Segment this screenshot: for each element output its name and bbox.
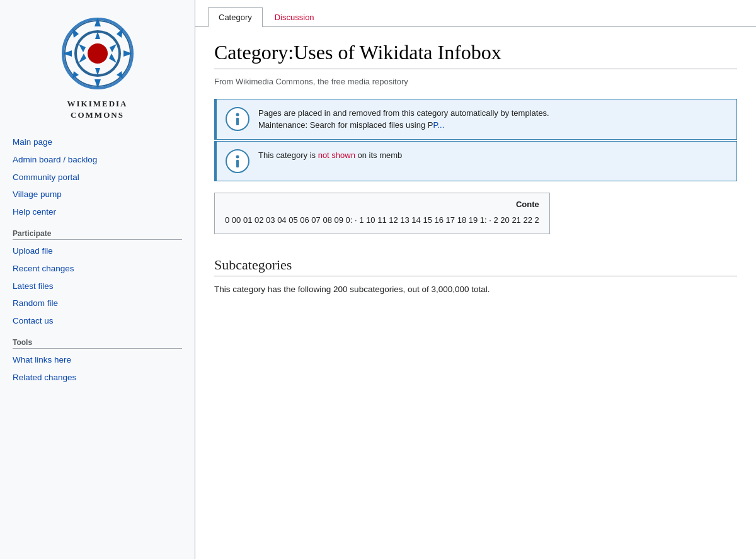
- info-icon-1: [226, 107, 249, 131]
- tab-discussion[interactable]: Discussion: [264, 7, 325, 27]
- info-icon-2: [226, 149, 249, 173]
- svg-marker-15: [79, 54, 86, 63]
- info-box-2-text: This category is not shown on its memb: [258, 149, 402, 162]
- svg-marker-16: [79, 44, 86, 52]
- logo-area: WIKIMEDIA COMMONS: [50, 0, 145, 127]
- wikimedia-commons-logo: [57, 13, 139, 94]
- main-content-area: Category Discussion Category:Uses of Wik…: [195, 0, 756, 559]
- page-title: Category:Uses of Wikidata Infobox: [214, 40, 737, 69]
- svg-point-17: [88, 43, 108, 64]
- sidebar-item-what-links-here[interactable]: What links here: [13, 351, 182, 369]
- sidebar-item-random-file[interactable]: Random file: [13, 295, 182, 312]
- sidebar-item-upload-file[interactable]: Upload file: [13, 242, 182, 260]
- svg-marker-12: [110, 44, 117, 52]
- sidebar-item-contact-us[interactable]: Contact us: [13, 312, 182, 330]
- info-box-2: This category is not shown on its memb: [214, 141, 737, 181]
- sidebar-section-participate: Participate: [13, 229, 182, 240]
- sidebar-item-village-pump[interactable]: Village pump: [13, 186, 182, 203]
- subcategories-title: Subcategories: [214, 257, 737, 276]
- sidebar-item-help-center[interactable]: Help center: [13, 203, 182, 221]
- svg-marker-13: [109, 54, 117, 63]
- sidebar-item-recent-changes[interactable]: Recent changes: [13, 260, 182, 278]
- contents-header: Conte: [225, 200, 539, 209]
- sidebar-section-tools: Tools: [13, 338, 182, 349]
- logo-text: WIKIMEDIA COMMONS: [67, 98, 127, 121]
- info-box-1: Pages are placed in and removed from thi…: [214, 99, 737, 140]
- sidebar-item-latest-files[interactable]: Latest files: [13, 278, 182, 295]
- sidebar-item-community-portal[interactable]: Community portal: [13, 169, 182, 186]
- page-content: Category:Uses of Wikidata Infobox From W…: [195, 27, 756, 309]
- subcategories-text: This category has the following 200 subc…: [214, 283, 737, 296]
- svg-rect-20: [236, 118, 239, 125]
- info-box-1-text: Pages are placed in and removed from thi…: [258, 107, 549, 132]
- contents-box: Conte 0 00 01 02 03 04 05 06 07 08 09 0:…: [214, 193, 550, 234]
- contents-numbers: 0 00 01 02 03 04 05 06 07 08 09 0: · 1 1…: [225, 213, 539, 227]
- sidebar-main-nav: Main page Admin board / backlog Communit…: [0, 127, 195, 392]
- tab-category[interactable]: Category: [208, 7, 263, 27]
- sidebar: WIKIMEDIA COMMONS Main page Admin board …: [0, 0, 195, 559]
- page-subtitle: From Wikimedia Commons, the free media r…: [214, 77, 737, 86]
- svg-rect-23: [236, 160, 239, 167]
- svg-point-19: [236, 113, 239, 116]
- sidebar-item-main-page[interactable]: Main page: [13, 133, 182, 151]
- svg-point-22: [236, 155, 239, 158]
- tabs-bar: Category Discussion: [195, 0, 756, 27]
- sidebar-item-admin-board[interactable]: Admin board / backlog: [13, 151, 182, 169]
- sidebar-item-related-changes[interactable]: Related changes: [13, 369, 182, 387]
